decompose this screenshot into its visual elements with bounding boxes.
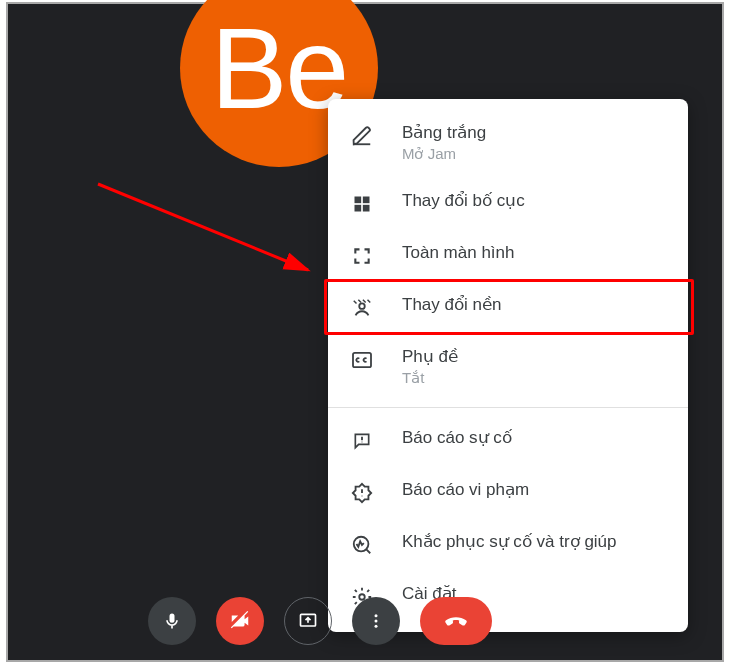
call-controls-bar [8, 582, 722, 660]
microphone-button[interactable] [148, 597, 196, 645]
menu-item-change-background[interactable]: Thay đổi nền [328, 281, 688, 333]
menu-item-sublabel: Mở Jam [402, 145, 486, 164]
svg-point-12 [375, 625, 378, 628]
overflow-menu: Bảng trắng Mở Jam Thay đổi bố cục [328, 99, 688, 632]
annotation-arrow [88, 174, 328, 284]
menu-item-change-layout[interactable]: Thay đổi bố cục [328, 177, 688, 229]
svg-line-0 [98, 184, 308, 270]
svg-rect-4 [363, 205, 370, 212]
menu-item-label: Khắc phục sự cố và trợ giúp [402, 531, 617, 552]
avatar-initials: Be [211, 2, 348, 134]
feedback-icon [350, 429, 374, 453]
menu-item-fullscreen[interactable]: Toàn màn hình [328, 229, 688, 281]
menu-item-captions[interactable]: Phụ đề Tắt [328, 333, 688, 401]
svg-point-11 [375, 620, 378, 623]
report-abuse-icon [350, 481, 374, 505]
microphone-icon [162, 611, 182, 631]
menu-item-label: Phụ đề [402, 346, 458, 367]
highlight-box [324, 279, 694, 335]
svg-rect-2 [363, 197, 370, 204]
app-frame: Be Bảng trắng Mở Jam [6, 2, 724, 662]
menu-item-label: Bảng trắng [402, 122, 486, 143]
menu-item-label: Báo cáo vi phạm [402, 479, 529, 500]
svg-rect-3 [355, 205, 362, 212]
fullscreen-icon [350, 244, 374, 268]
menu-item-sublabel: Tắt [402, 369, 458, 388]
svg-point-10 [375, 614, 378, 617]
svg-point-5 [359, 303, 365, 309]
camera-off-button[interactable] [216, 597, 264, 645]
hangup-icon [441, 606, 471, 636]
captions-icon [350, 348, 374, 372]
present-button[interactable] [284, 597, 332, 645]
menu-item-troubleshoot[interactable]: Khắc phục sự cố và trợ giúp [328, 518, 688, 570]
pencil-icon [350, 124, 374, 148]
menu-item-whiteboard[interactable]: Bảng trắng Mở Jam [328, 109, 688, 177]
menu-item-label: Thay đổi nền [402, 294, 501, 315]
background-effects-icon [350, 296, 374, 320]
menu-item-label: Báo cáo sự cố [402, 427, 512, 448]
more-vertical-icon [367, 612, 385, 630]
menu-item-label: Toàn màn hình [402, 242, 514, 263]
svg-rect-1 [355, 197, 362, 204]
menu-item-label: Thay đổi bố cục [402, 190, 525, 211]
more-options-button[interactable] [352, 597, 400, 645]
hangup-button[interactable] [420, 597, 492, 645]
camera-off-icon [229, 610, 251, 632]
menu-divider [328, 407, 688, 408]
present-icon [298, 611, 318, 631]
layout-icon [350, 192, 374, 216]
troubleshoot-icon [350, 533, 374, 557]
menu-item-report-problem[interactable]: Báo cáo sự cố [328, 414, 688, 466]
menu-item-report-abuse[interactable]: Báo cáo vi phạm [328, 466, 688, 518]
